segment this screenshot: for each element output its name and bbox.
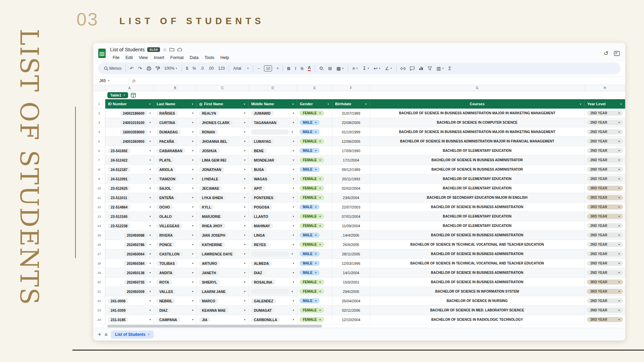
row-number[interactable]: 9 [93, 174, 105, 184]
cell-birthdate[interactable]: 26/9/2005 [332, 240, 370, 249]
chevron-down-icon[interactable]: ▼ [149, 187, 151, 189]
chevron-down-icon[interactable]: ▼ [292, 234, 294, 236]
chevron-down-icon[interactable]: ▼ [244, 281, 246, 283]
dropdown-chip[interactable]: KATHERINE [199, 242, 225, 247]
version-history-icon[interactable]: ↺ [604, 50, 608, 57]
chevron-down-icon[interactable]: ▼ [244, 131, 246, 133]
gender-chip[interactable]: MALE▼ [300, 167, 320, 172]
increase-decimals-button[interactable]: .00 [206, 64, 216, 73]
menu-edit[interactable]: Edit [123, 55, 136, 61]
column-letter-e[interactable]: E [297, 85, 332, 91]
cell-gender[interactable]: MALE▼ [297, 202, 332, 212]
cell-middle-name[interactable]: DUMAGAT▼ [249, 306, 297, 315]
dropdown-chip[interactable] [251, 289, 289, 294]
dropdown-chip[interactable]: PACAÑA [156, 139, 177, 144]
chevron-down-icon[interactable]: ▼ [149, 234, 151, 236]
year-level-chip[interactable]: 3RD YEAR▼ [587, 289, 623, 294]
cell-gender[interactable]: FEMALE▼ [297, 221, 332, 231]
row-number[interactable]: 1 [93, 99, 105, 109]
gender-chip[interactable]: MALE▼ [300, 233, 320, 238]
cell-course[interactable]: BACHELOR OF SCIENCE IN MED. LABORATORY S… [370, 306, 585, 315]
cell-gender[interactable]: FEMALE▼ [297, 306, 332, 315]
year-level-chip[interactable]: 2ND YEAR▼ [587, 176, 623, 181]
cell-first-name[interactable]: JIA▼ [197, 315, 249, 324]
cell-id-number[interactable]: 241-0309▼ [105, 306, 154, 315]
cell-birthdate[interactable]: 20/11/1993 [332, 174, 370, 184]
cell-id-number[interactable]: 16003359000▼ [105, 127, 154, 137]
dropdown-chip[interactable]: CAMPANA [156, 317, 180, 322]
cell-course[interactable]: BACHELOR OF SCIENCE IN BUSINESS ADMINIST… [370, 202, 585, 212]
chevron-down-icon[interactable]: ▼ [192, 159, 194, 161]
cell-course[interactable]: BACHELOR OF SCIENCE IN BUSINESS ADMINIST… [370, 127, 585, 137]
cell-id-number[interactable]: 24001019100▼ [105, 118, 154, 127]
cell-birthdate[interactable]: 14/4/2006 [332, 231, 370, 240]
header-courses[interactable]: Courses▼ [370, 99, 585, 109]
chevron-down-icon[interactable]: ▼ [192, 253, 194, 255]
cell-last-name[interactable]: CURTINA▼ [154, 118, 197, 127]
dropdown-chip[interactable]: LINGA [251, 233, 268, 238]
cell-middle-name[interactable]: LINGA▼ [249, 231, 297, 240]
decrease-font-size-button[interactable]: − [255, 64, 262, 73]
dropdown-chip[interactable]: CARBONILLA [251, 317, 280, 322]
dropdown-chip[interactable]: 24001560900 [120, 139, 147, 144]
year-level-chip[interactable]: 2ND YEAR▼ [587, 261, 623, 266]
cell-id-number[interactable]: 24-512422▼ [105, 156, 154, 165]
cell-birthdate[interactable]: 22/07/2003 [332, 202, 370, 212]
year-level-chip[interactable]: 2ND YEAR▼ [587, 251, 623, 256]
year-level-chip[interactable]: 2ND YEAR▼ [587, 139, 623, 144]
cell-middle-name[interactable]: BENE▼ [249, 146, 297, 156]
cell-gender[interactable]: FEMALE▼ [297, 174, 332, 184]
cell-first-name[interactable]: MARJORIE▼ [197, 212, 249, 221]
name-box[interactable]: J65▼ [97, 78, 125, 83]
row-number[interactable]: 13 [93, 212, 105, 221]
chevron-down-icon[interactable]: ▼ [244, 262, 246, 264]
gender-chip[interactable]: MALE▼ [300, 148, 320, 153]
gender-chip[interactable]: MALE▼ [300, 204, 320, 209]
chevron-down-icon[interactable]: ▼ [192, 234, 194, 236]
add-sheet-icon[interactable]: + [98, 331, 101, 338]
chevron-down-icon[interactable]: ▼ [291, 290, 293, 293]
dropdown-chip[interactable]: KYLL [199, 204, 214, 210]
cell-last-name[interactable]: PACAÑA▼ [154, 137, 197, 146]
cell-year-level[interactable]: 2ND YEAR▼ [585, 240, 625, 249]
gender-chip[interactable]: FEMALE▼ [300, 139, 324, 144]
cell-gender[interactable]: MALE▼ [297, 249, 332, 259]
dropdown-chip[interactable]: MARJORIE [199, 214, 223, 219]
cell-middle-name[interactable]: MAHINAY▼ [249, 221, 297, 231]
cell-first-name[interactable]: RONAN▼ [197, 127, 249, 137]
cell-last-name[interactable]: TOLIBAS▼ [154, 259, 197, 268]
cell-course[interactable]: BACHELOR OF SCIENCE IN BUSINESS ADMINIST… [370, 137, 585, 146]
sheet-tab-list-of-students[interactable]: List of Students▼ [111, 330, 154, 339]
chevron-down-icon[interactable]: ▼ [292, 187, 294, 189]
cell-year-level[interactable]: 2ND YEAR▼ [585, 127, 625, 137]
dropdown-chip[interactable]: 23-513165 [108, 214, 130, 219]
increase-font-size-button[interactable]: + [274, 64, 281, 73]
chevron-down-icon[interactable]: ▼ [292, 225, 294, 227]
cell-year-level[interactable]: 2ND YEAR▼ [585, 137, 625, 146]
cell-last-name[interactable]: TIAMZON▼ [154, 174, 197, 184]
chevron-down-icon[interactable]: ▼ [292, 215, 294, 218]
cell-middle-name[interactable]: REYES▼ [249, 240, 297, 249]
chevron-down-icon[interactable]: ▼ [149, 300, 151, 302]
menu-file[interactable]: File [110, 55, 122, 61]
dropdown-chip[interactable]: LYKA SHIEN [199, 195, 226, 200]
chevron-down-icon[interactable]: ▼ [292, 281, 294, 283]
chevron-down-icon[interactable]: ▼ [149, 149, 151, 152]
dropdown-chip[interactable]: 23-511011 [108, 195, 130, 200]
dropdown-chip[interactable]: ROTA [156, 280, 172, 285]
gender-chip[interactable]: FEMALE▼ [300, 186, 324, 191]
cell-course[interactable]: BACHELOR OF SCIENCE IN BUSINESS ADMINIST… [370, 165, 585, 174]
cell-year-level[interactable]: 3RD YEAR▼ [585, 287, 625, 296]
chevron-down-icon[interactable]: ▼ [292, 149, 294, 152]
gender-chip[interactable]: FEMALE▼ [300, 223, 324, 228]
cell-birthdate[interactable]: 29/6/2005 [332, 287, 370, 296]
dropdown-chip[interactable]: 24-512091 [108, 176, 130, 182]
dropdown-chip[interactable]: JIA [199, 317, 210, 322]
cell-birthdate[interactable]: 17/1/2004 [332, 156, 370, 165]
year-level-chip[interactable]: 3RD YEAR▼ [587, 214, 623, 219]
cell-middle-name[interactable]: ▼ [249, 249, 297, 259]
gender-chip[interactable]: FEMALE▼ [300, 214, 324, 219]
row-number[interactable]: 11 [93, 193, 105, 202]
cell-first-name[interactable]: LAARNI JANE▼ [197, 287, 249, 296]
bold-button[interactable]: B [285, 64, 292, 73]
